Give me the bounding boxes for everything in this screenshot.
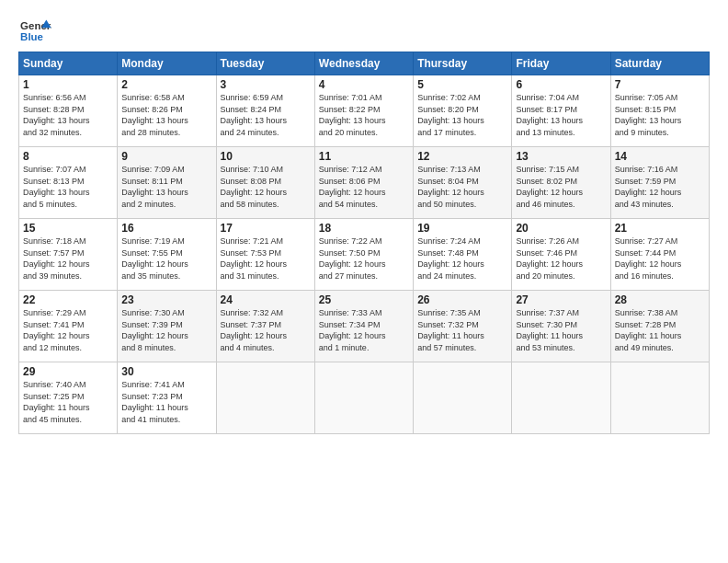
- calendar-cell: 30Sunrise: 7:41 AMSunset: 7:23 PMDayligh…: [118, 362, 216, 434]
- cell-info: Sunrise: 7:24 AMSunset: 7:48 PMDaylight:…: [417, 236, 507, 282]
- cell-info: Sunrise: 7:15 AMSunset: 8:02 PMDaylight:…: [516, 164, 606, 210]
- calendar-cell: 27Sunrise: 7:37 AMSunset: 7:30 PMDayligh…: [512, 291, 610, 362]
- cell-info: Sunrise: 6:58 AMSunset: 8:26 PMDaylight:…: [121, 92, 211, 138]
- calendar-cell: 6Sunrise: 7:04 AMSunset: 8:17 PMDaylight…: [512, 75, 610, 147]
- day-header-sunday: Sunday: [19, 52, 118, 75]
- day-number: 5: [417, 78, 507, 91]
- calendar-cell: 7Sunrise: 7:05 AMSunset: 8:15 PMDaylight…: [610, 75, 709, 147]
- calendar-week-4: 22Sunrise: 7:29 AMSunset: 7:41 PMDayligh…: [19, 291, 710, 362]
- cell-info: Sunrise: 6:59 AMSunset: 8:24 PMDaylight:…: [221, 92, 311, 138]
- calendar-cell: 19Sunrise: 7:24 AMSunset: 7:48 PMDayligh…: [414, 219, 512, 291]
- calendar-cell: 10Sunrise: 7:10 AMSunset: 8:08 PMDayligh…: [216, 147, 314, 219]
- day-number: 29: [23, 365, 113, 378]
- cell-info: Sunrise: 7:30 AMSunset: 7:39 PMDaylight:…: [121, 307, 211, 353]
- calendar-week-3: 15Sunrise: 7:18 AMSunset: 7:57 PMDayligh…: [19, 219, 710, 291]
- calendar-week-1: 1Sunrise: 6:56 AMSunset: 8:28 PMDaylight…: [19, 75, 710, 147]
- calendar-cell: 22Sunrise: 7:29 AMSunset: 7:41 PMDayligh…: [19, 291, 118, 362]
- day-number: 15: [23, 222, 113, 235]
- calendar-cell: 20Sunrise: 7:26 AMSunset: 7:46 PMDayligh…: [512, 219, 610, 291]
- cell-info: Sunrise: 7:32 AMSunset: 7:37 PMDaylight:…: [221, 307, 311, 353]
- calendar-cell: 9Sunrise: 7:09 AMSunset: 8:11 PMDaylight…: [118, 147, 216, 219]
- day-number: 14: [615, 150, 705, 163]
- day-number: 25: [319, 293, 409, 306]
- day-number: 4: [319, 78, 409, 91]
- calendar-cell: 17Sunrise: 7:21 AMSunset: 7:53 PMDayligh…: [216, 219, 314, 291]
- calendar-cell: 3Sunrise: 6:59 AMSunset: 8:24 PMDaylight…: [216, 75, 314, 147]
- calendar-cell: 11Sunrise: 7:12 AMSunset: 8:06 PMDayligh…: [314, 147, 413, 219]
- day-number: 22: [23, 293, 113, 306]
- calendar-cell: [414, 362, 512, 434]
- calendar-cell: 5Sunrise: 7:02 AMSunset: 8:20 PMDaylight…: [414, 75, 512, 147]
- day-number: 18: [319, 222, 409, 235]
- day-number: 23: [121, 293, 211, 306]
- calendar-header: SundayMondayTuesdayWednesdayThursdayFrid…: [19, 52, 710, 75]
- calendar-cell: 12Sunrise: 7:13 AMSunset: 8:04 PMDayligh…: [414, 147, 512, 219]
- day-number: 3: [221, 78, 311, 91]
- cell-info: Sunrise: 7:16 AMSunset: 7:59 PMDaylight:…: [615, 164, 705, 210]
- cell-info: Sunrise: 7:29 AMSunset: 7:41 PMDaylight:…: [23, 307, 113, 353]
- day-number: 11: [319, 150, 409, 163]
- day-number: 20: [516, 222, 606, 235]
- calendar-cell: [314, 362, 413, 434]
- cell-info: Sunrise: 7:01 AMSunset: 8:22 PMDaylight:…: [319, 92, 409, 138]
- cell-info: Sunrise: 7:02 AMSunset: 8:20 PMDaylight:…: [417, 92, 507, 138]
- cell-info: Sunrise: 7:21 AMSunset: 7:53 PMDaylight:…: [221, 236, 311, 282]
- day-header-saturday: Saturday: [610, 52, 709, 75]
- cell-info: Sunrise: 7:07 AMSunset: 8:13 PMDaylight:…: [23, 164, 113, 210]
- calendar-week-5: 29Sunrise: 7:40 AMSunset: 7:25 PMDayligh…: [19, 362, 710, 434]
- cell-info: Sunrise: 7:40 AMSunset: 7:25 PMDaylight:…: [23, 379, 113, 425]
- cell-info: Sunrise: 6:56 AMSunset: 8:28 PMDaylight:…: [23, 92, 113, 138]
- cell-info: Sunrise: 7:10 AMSunset: 8:08 PMDaylight:…: [221, 164, 311, 210]
- calendar-cell: 16Sunrise: 7:19 AMSunset: 7:55 PMDayligh…: [118, 219, 216, 291]
- calendar-cell: 28Sunrise: 7:38 AMSunset: 7:28 PMDayligh…: [610, 291, 709, 362]
- calendar-cell: 21Sunrise: 7:27 AMSunset: 7:44 PMDayligh…: [610, 219, 709, 291]
- day-number: 12: [417, 150, 507, 163]
- logo-icon: General Blue: [18, 17, 51, 44]
- calendar-cell: 8Sunrise: 7:07 AMSunset: 8:13 PMDaylight…: [19, 147, 118, 219]
- day-number: 1: [23, 78, 113, 91]
- day-number: 21: [615, 222, 705, 235]
- cell-info: Sunrise: 7:12 AMSunset: 8:06 PMDaylight:…: [319, 164, 409, 210]
- calendar-cell: 14Sunrise: 7:16 AMSunset: 7:59 PMDayligh…: [610, 147, 709, 219]
- calendar-cell: 25Sunrise: 7:33 AMSunset: 7:34 PMDayligh…: [314, 291, 413, 362]
- day-header-tuesday: Tuesday: [216, 52, 314, 75]
- cell-info: Sunrise: 7:18 AMSunset: 7:57 PMDaylight:…: [23, 236, 113, 282]
- day-number: 27: [516, 293, 606, 306]
- day-number: 8: [23, 150, 113, 163]
- calendar-cell: 26Sunrise: 7:35 AMSunset: 7:32 PMDayligh…: [414, 291, 512, 362]
- calendar-cell: 13Sunrise: 7:15 AMSunset: 8:02 PMDayligh…: [512, 147, 610, 219]
- calendar-cell: 4Sunrise: 7:01 AMSunset: 8:22 PMDaylight…: [314, 75, 413, 147]
- day-header-wednesday: Wednesday: [314, 52, 413, 75]
- cell-info: Sunrise: 7:38 AMSunset: 7:28 PMDaylight:…: [615, 307, 705, 353]
- day-number: 9: [121, 150, 211, 163]
- day-number: 17: [221, 222, 311, 235]
- calendar-cell: [610, 362, 709, 434]
- calendar-table: SundayMondayTuesdayWednesdayThursdayFrid…: [18, 52, 710, 434]
- cell-info: Sunrise: 7:19 AMSunset: 7:55 PMDaylight:…: [121, 236, 211, 282]
- cell-info: Sunrise: 7:33 AMSunset: 7:34 PMDaylight:…: [319, 307, 409, 353]
- cell-info: Sunrise: 7:41 AMSunset: 7:23 PMDaylight:…: [121, 379, 211, 425]
- calendar-cell: 29Sunrise: 7:40 AMSunset: 7:25 PMDayligh…: [19, 362, 118, 434]
- calendar-cell: 15Sunrise: 7:18 AMSunset: 7:57 PMDayligh…: [19, 219, 118, 291]
- day-number: 6: [516, 78, 606, 91]
- cell-info: Sunrise: 7:27 AMSunset: 7:44 PMDaylight:…: [615, 236, 705, 282]
- day-number: 24: [221, 293, 311, 306]
- day-header-thursday: Thursday: [414, 52, 512, 75]
- svg-text:Blue: Blue: [20, 31, 43, 42]
- cell-info: Sunrise: 7:04 AMSunset: 8:17 PMDaylight:…: [516, 92, 606, 138]
- day-number: 26: [417, 293, 507, 306]
- day-number: 7: [615, 78, 705, 91]
- cell-info: Sunrise: 7:26 AMSunset: 7:46 PMDaylight:…: [516, 236, 606, 282]
- day-number: 2: [121, 78, 211, 91]
- cell-info: Sunrise: 7:37 AMSunset: 7:30 PMDaylight:…: [516, 307, 606, 353]
- cell-info: Sunrise: 7:13 AMSunset: 8:04 PMDaylight:…: [417, 164, 507, 210]
- cell-info: Sunrise: 7:22 AMSunset: 7:50 PMDaylight:…: [319, 236, 409, 282]
- day-number: 28: [615, 293, 705, 306]
- cell-info: Sunrise: 7:05 AMSunset: 8:15 PMDaylight:…: [615, 92, 705, 138]
- calendar-cell: [512, 362, 610, 434]
- day-header-monday: Monday: [118, 52, 216, 75]
- day-number: 19: [417, 222, 507, 235]
- calendar-cell: 23Sunrise: 7:30 AMSunset: 7:39 PMDayligh…: [118, 291, 216, 362]
- calendar-cell: 2Sunrise: 6:58 AMSunset: 8:26 PMDaylight…: [118, 75, 216, 147]
- cell-info: Sunrise: 7:09 AMSunset: 8:11 PMDaylight:…: [121, 164, 211, 210]
